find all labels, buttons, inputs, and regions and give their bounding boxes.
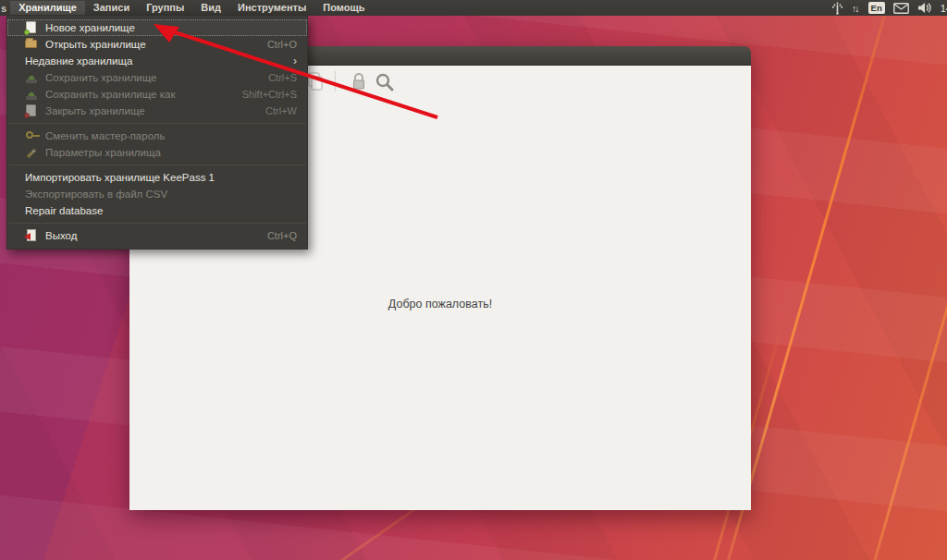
toolbar-separator [335, 71, 336, 91]
menu-item-import-keepass1[interactable]: Импортировать хранилище KeePass 1 [7, 169, 307, 186]
menu-item-recent-databases[interactable]: Недавние хранилища › [7, 53, 307, 69]
menu-item-quit[interactable]: Выход Ctrl+Q [7, 227, 307, 244]
save-icon [25, 71, 38, 84]
menu-item-close-database[interactable]: Закрыть хранилище Ctrl+W [7, 103, 307, 119]
menubar-item-help[interactable]: Помощь [314, 1, 373, 15]
menubar-item-database[interactable]: Хранилище [10, 1, 85, 15]
menu-item-database-settings[interactable]: Параметры хранилища [7, 144, 307, 161]
volume-icon[interactable] [917, 2, 932, 14]
new-database-icon [25, 21, 38, 34]
clock: 14: [941, 3, 947, 14]
system-tray: ↑↓ En 14: [831, 0, 947, 16]
welcome-text: Добро пожаловать! [388, 298, 492, 310]
save-as-icon [25, 88, 38, 101]
pencil-icon [25, 146, 38, 159]
menu-separator [8, 223, 306, 224]
menu-item-export-csv[interactable]: Экспортировать в файл CSV [7, 186, 307, 202]
menu-item-repair-database[interactable]: Repair database [7, 202, 307, 219]
menubar-item-tools[interactable]: Инструменты [229, 1, 314, 15]
sync-arrows-icon[interactable]: ↑↓ [852, 3, 860, 14]
menu-separator [8, 164, 306, 165]
submenu-chevron-icon: › [293, 56, 297, 66]
menubar-item-view[interactable]: Вид [192, 1, 229, 15]
network-icon[interactable] [831, 2, 843, 15]
menubar-item-entries[interactable]: Записи [85, 1, 138, 15]
menu-separator [8, 123, 306, 124]
search-icon[interactable] [374, 71, 396, 93]
copy-icon[interactable] [305, 71, 326, 91]
menu-item-open-database[interactable]: Открыть хранилище Ctrl+O [7, 36, 307, 53]
exit-icon [25, 229, 38, 242]
mail-icon[interactable] [893, 3, 909, 14]
menu-item-new-database[interactable]: Новое хранилище [7, 19, 307, 36]
keyboard-layout-indicator[interactable]: En [868, 2, 885, 14]
top-panel: s Хранилище Записи Группы Вид Инструмент… [0, 0, 947, 16]
database-menu-dropdown: Новое хранилище Открыть хранилище Ctrl+O… [6, 16, 308, 250]
menu-item-save-database[interactable]: Сохранить хранилище Ctrl+S [7, 69, 307, 86]
menu-item-change-master-key[interactable]: Сменить мастер-пароль [7, 128, 307, 144]
menubar-overflow-text: s [0, 3, 10, 14]
open-folder-icon [25, 38, 38, 51]
close-file-icon [25, 104, 38, 117]
lock-icon[interactable] [350, 71, 368, 91]
menubar-item-groups[interactable]: Группы [138, 1, 192, 15]
menu-item-save-database-as[interactable]: Сохранить хранилище как Shift+Ctrl+S [7, 86, 307, 103]
key-icon [25, 129, 38, 142]
